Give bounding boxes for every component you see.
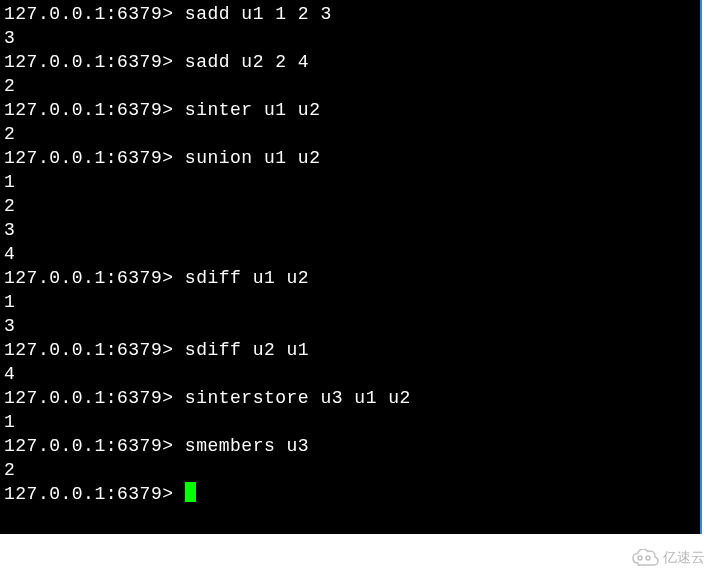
terminal-line: 2 (4, 458, 696, 482)
terminal-line: 1 (4, 290, 696, 314)
svg-point-1 (646, 556, 650, 560)
terminal-prompt: 127.0.0.1:6379> (4, 484, 185, 504)
terminal-line: 4 (4, 362, 696, 386)
terminal-line: 2 (4, 194, 696, 218)
terminal-line: 127.0.0.1:6379> sunion u1 u2 (4, 146, 696, 170)
terminal-line: 2 (4, 122, 696, 146)
terminal-line: 1 (4, 410, 696, 434)
terminal-line: 3 (4, 218, 696, 242)
terminal-line: 127.0.0.1:6379> sdiff u2 u1 (4, 338, 696, 362)
terminal-window[interactable]: 127.0.0.1:6379> sadd u1 1 2 3 3 127.0.0.… (0, 0, 702, 534)
watermark-text: 亿速云 (663, 549, 705, 567)
terminal-line: 2 (4, 74, 696, 98)
terminal-line: 127.0.0.1:6379> sinterstore u3 u1 u2 (4, 386, 696, 410)
terminal-line: 127.0.0.1:6379> smembers u3 (4, 434, 696, 458)
cursor-icon (185, 482, 196, 502)
terminal-prompt-line[interactable]: 127.0.0.1:6379> (4, 482, 696, 506)
terminal-line: 3 (4, 26, 696, 50)
terminal-line: 127.0.0.1:6379> sadd u1 1 2 3 (4, 2, 696, 26)
terminal-line: 1 (4, 170, 696, 194)
svg-point-0 (638, 556, 642, 560)
cloud-icon (631, 549, 659, 567)
terminal-line: 4 (4, 242, 696, 266)
terminal-line: 3 (4, 314, 696, 338)
terminal-line: 127.0.0.1:6379> sdiff u1 u2 (4, 266, 696, 290)
watermark: 亿速云 (631, 549, 705, 567)
terminal-line: 127.0.0.1:6379> sinter u1 u2 (4, 98, 696, 122)
terminal-line: 127.0.0.1:6379> sadd u2 2 4 (4, 50, 696, 74)
